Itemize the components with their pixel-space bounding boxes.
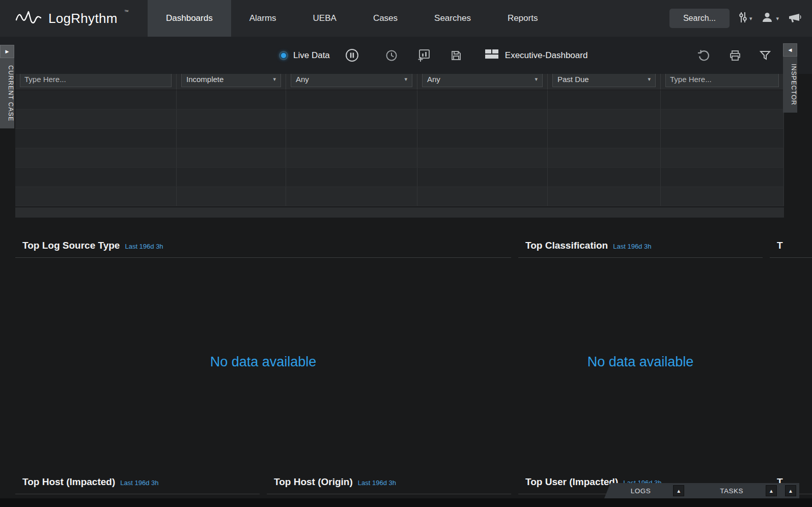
widget-timespan: Last 196d 3h xyxy=(358,479,396,487)
nav-tab-cases[interactable]: Cases xyxy=(355,0,416,37)
tasks-expand-button[interactable]: ▲ xyxy=(766,485,777,496)
current-case-panel-tab: ▶ CURRENT CASE xyxy=(0,45,14,128)
user-menu[interactable]: ▾ xyxy=(761,11,779,25)
dashboard-grid-icon xyxy=(485,49,499,62)
filter-text-input[interactable] xyxy=(20,74,172,87)
dock-corner-toggle[interactable]: ▲ xyxy=(785,485,796,496)
preferences-menu[interactable]: ▾ xyxy=(739,11,752,25)
table-cell xyxy=(15,129,177,148)
widget-top-classification: Top Classification Last 196d 3h No data … xyxy=(518,233,763,466)
nav-tab-dashboards[interactable]: Dashboards xyxy=(148,0,231,37)
up-triangle-icon: ▲ xyxy=(788,488,793,494)
any-filter-dropdown[interactable]: Any ▾ xyxy=(422,74,543,87)
print-button[interactable] xyxy=(729,49,741,62)
dashboard-name: Executive-Dashboard xyxy=(505,50,588,61)
live-data-radio-icon xyxy=(279,51,288,60)
filter-button[interactable] xyxy=(760,50,771,61)
filter-cell: Past Due ▾ xyxy=(548,74,661,90)
collapse-panel-icon[interactable]: ◀ xyxy=(783,43,797,57)
table-row[interactable] xyxy=(15,110,784,129)
bottom-strip xyxy=(0,498,812,507)
dashboard-toolbar: Live Data xyxy=(0,37,812,74)
table-row[interactable] xyxy=(15,90,784,110)
logrhythm-logo[interactable]: LogRhythm ™ xyxy=(0,0,148,37)
table-cell xyxy=(177,129,286,148)
widget-top-log-source-type: Top Log Source Type Last 196d 3h No data… xyxy=(15,233,511,466)
add-widget-icon xyxy=(417,48,431,62)
table-cell xyxy=(661,129,784,148)
user-icon xyxy=(761,11,773,25)
top-navbar: LogRhythm ™ Dashboards Alarms UEBA Cases… xyxy=(0,0,812,37)
due-date-filter-dropdown[interactable]: Past Due ▾ xyxy=(552,74,656,87)
no-data-message: No data available xyxy=(587,354,694,370)
widget-title: Top User (Impacted) xyxy=(525,476,618,488)
table-cell xyxy=(661,187,784,206)
widget-header: Top Host (Impacted) Last 196d 3h xyxy=(15,469,260,494)
table-cell xyxy=(15,110,177,128)
nav-tab-searches[interactable]: Searches xyxy=(416,0,489,37)
table-cell xyxy=(548,168,661,186)
widget-header: Top Classification Last 196d 3h xyxy=(518,233,763,258)
dropdown-value: Any xyxy=(296,75,309,84)
dashboard-selector[interactable]: Executive-Dashboard xyxy=(485,49,588,62)
table-cell xyxy=(661,110,784,128)
table-cell xyxy=(548,187,661,206)
table-cell xyxy=(177,168,286,186)
table-cell xyxy=(661,90,784,109)
filter-cell: Incomplete ▾ xyxy=(177,74,286,90)
table-cell xyxy=(417,168,548,186)
logo-text: LogRhythm xyxy=(48,11,118,26)
table-body xyxy=(15,90,784,206)
table-row[interactable] xyxy=(15,187,784,206)
any-filter-dropdown[interactable]: Any ▾ xyxy=(291,74,412,87)
toolbar-center-group: Live Data xyxy=(279,37,587,74)
current-case-label[interactable]: CURRENT CASE xyxy=(0,58,14,128)
table-cell xyxy=(286,129,417,148)
live-data-toggle[interactable]: Live Data xyxy=(279,50,330,61)
filter-cell: Any ▾ xyxy=(286,74,417,90)
chevron-down-icon: ▾ xyxy=(535,76,538,82)
pause-button[interactable] xyxy=(345,48,359,62)
undo-button[interactable] xyxy=(697,49,711,62)
tasks-tab[interactable]: TASKS xyxy=(720,487,743,495)
search-button[interactable]: Search... xyxy=(669,9,730,28)
dropdown-value: Incomplete xyxy=(186,75,223,84)
table-row[interactable] xyxy=(15,168,784,187)
add-widget-button[interactable] xyxy=(417,48,431,62)
table-row[interactable] xyxy=(15,148,784,168)
widget-timespan: Last 196d 3h xyxy=(613,243,651,250)
table-cell xyxy=(417,148,548,167)
widget-body xyxy=(770,258,812,466)
time-range-button[interactable] xyxy=(385,49,398,62)
table-cell xyxy=(548,148,661,167)
status-filter-dropdown[interactable]: Incomplete ▾ xyxy=(181,74,281,87)
expand-panel-icon[interactable]: ▶ xyxy=(0,45,14,58)
inspector-label[interactable]: INSPECTOR xyxy=(783,57,797,113)
bottom-dock: LOGS ▲ TASKS ▲ ▲ xyxy=(612,483,799,498)
widget-timespan: Last 196d 3h xyxy=(120,479,158,487)
table-cell xyxy=(177,187,286,206)
filter-text-input[interactable] xyxy=(665,74,779,87)
clock-icon xyxy=(385,49,398,62)
nav-tab-alarms[interactable]: Alarms xyxy=(231,0,295,37)
pause-icon xyxy=(345,48,359,62)
logs-expand-button[interactable]: ▲ xyxy=(673,485,684,496)
table-row[interactable] xyxy=(15,129,784,148)
table-cell xyxy=(15,168,177,186)
widget-title: T xyxy=(777,240,783,251)
widget-title: Top Host (Impacted) xyxy=(22,476,115,488)
save-dashboard-button[interactable] xyxy=(450,49,462,62)
dropdown-value: Any xyxy=(427,75,440,84)
table-cell xyxy=(286,110,417,128)
logs-tab[interactable]: LOGS xyxy=(631,487,651,495)
horizontal-scrollbar[interactable] xyxy=(15,207,784,218)
widget-top-host-impacted: Top Host (Impacted) Last 196d 3h xyxy=(15,469,260,498)
chevron-down-icon: ▾ xyxy=(273,76,276,82)
nav-tab-reports[interactable]: Reports xyxy=(489,0,556,37)
table-cell xyxy=(548,110,661,128)
nav-tab-ueba[interactable]: UEBA xyxy=(295,0,355,37)
table-cell xyxy=(15,187,177,206)
sliders-icon xyxy=(739,11,747,25)
megaphone-icon xyxy=(788,11,802,25)
announcements-button[interactable] xyxy=(788,11,802,25)
